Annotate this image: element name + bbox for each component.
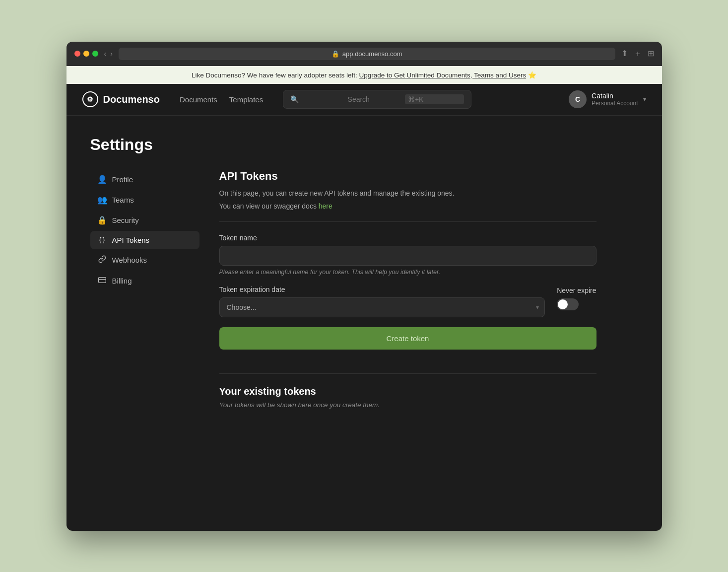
never-expire-toggle[interactable]	[557, 298, 579, 310]
browser-window: ‹ › 🔒 app.documenso.com ⬆ ＋ ⊞ Like Docum…	[66, 42, 662, 531]
logo[interactable]: ⚙ Documenso	[82, 91, 160, 107]
browser-dots	[74, 51, 98, 57]
chevron-down-icon: ▾	[643, 96, 646, 103]
gear-icon: ⚙	[87, 95, 93, 103]
url-text: app.documenso.com	[342, 50, 402, 58]
sidebar-item-profile[interactable]: 👤 Profile	[90, 170, 199, 189]
tabs-icon[interactable]: ⊞	[648, 49, 654, 59]
share-icon[interactable]: ⬆	[621, 49, 628, 59]
svg-rect-0	[98, 277, 106, 283]
browser-chrome: ‹ › 🔒 app.documenso.com ⬆ ＋ ⊞	[66, 42, 662, 66]
sidebar-item-profile-label: Profile	[112, 175, 133, 184]
api-tokens-icon: {}	[97, 236, 107, 244]
existing-tokens-desc: Your tokens will be shown here once you …	[219, 401, 596, 409]
lock-icon: 🔒	[331, 50, 339, 58]
expiration-select[interactable]: Choose... 7 days 30 days 90 days 1 year	[219, 297, 545, 317]
nav-documents[interactable]: Documents	[180, 93, 217, 106]
search-icon: 🔍	[290, 95, 343, 103]
sidebar-item-security[interactable]: 🔒 Security	[90, 211, 199, 230]
settings-sidebar: 👤 Profile 👥 Teams 🔒 Security {} API Toke…	[90, 170, 199, 409]
search-shortcut: ⌘+K	[405, 94, 464, 104]
toggle-knob	[558, 299, 568, 309]
top-nav: ⚙ Documenso Documents Templates 🔍 Search…	[66, 84, 662, 116]
sidebar-item-billing-label: Billing	[112, 277, 132, 285]
expiry-select-group: Token expiration date Choose... 7 days 3…	[219, 286, 545, 317]
swagger-link[interactable]: here	[319, 202, 332, 210]
banner: Like Documenso? We have few early adopte…	[66, 66, 662, 84]
nav-links: Documents Templates	[180, 93, 263, 106]
sidebar-item-webhooks[interactable]: Webhooks	[90, 250, 199, 270]
browser-actions: ⬆ ＋ ⊞	[621, 49, 654, 59]
back-button[interactable]: ‹	[104, 50, 107, 58]
nav-templates[interactable]: Templates	[229, 93, 263, 106]
app: ⚙ Documenso Documents Templates 🔍 Search…	[66, 84, 662, 531]
user-name: Catalin	[592, 92, 638, 100]
logo-icon: ⚙	[82, 91, 98, 107]
lock-icon: 🔒	[97, 215, 107, 225]
search-placeholder: Search	[348, 95, 401, 103]
token-name-hint: Please enter a meaningful name for your …	[219, 269, 596, 276]
user-info: Catalin Personal Account	[592, 92, 638, 107]
section-desc-1: On this page, you can create new API tok…	[219, 188, 596, 199]
token-name-input[interactable]	[219, 246, 596, 266]
select-wrapper: Choose... 7 days 30 days 90 days 1 year …	[219, 297, 545, 317]
avatar: C	[569, 90, 587, 108]
divider-2	[219, 373, 596, 374]
token-name-label: Token name	[219, 234, 596, 242]
never-expire-group: Never expire	[557, 286, 596, 310]
search-bar[interactable]: 🔍 Search ⌘+K	[283, 90, 471, 109]
divider-1	[219, 221, 596, 222]
banner-emoji: ⭐	[528, 72, 536, 79]
new-tab-icon[interactable]: ＋	[634, 49, 642, 59]
sidebar-item-api-tokens-label: API Tokens	[112, 236, 150, 244]
banner-text: Like Documenso? We have few early adopte…	[192, 72, 359, 79]
content: Settings 👤 Profile 👥 Teams 🔒 Security	[66, 116, 662, 429]
webhooks-icon	[97, 255, 107, 265]
settings-layout: 👤 Profile 👥 Teams 🔒 Security {} API Toke…	[90, 170, 638, 409]
settings-main: API Tokens On this page, you can create …	[219, 170, 596, 409]
existing-tokens-title: Your existing tokens	[219, 386, 596, 397]
dot-yellow[interactable]	[83, 51, 89, 57]
sidebar-item-security-label: Security	[112, 216, 139, 224]
dot-red[interactable]	[74, 51, 80, 57]
forward-button[interactable]: ›	[110, 50, 113, 58]
user-account: Personal Account	[592, 100, 638, 107]
teams-icon: 👥	[97, 195, 107, 205]
dot-green[interactable]	[92, 51, 98, 57]
profile-icon: 👤	[97, 175, 107, 184]
create-token-button[interactable]: Create token	[219, 327, 596, 350]
logo-text: Documenso	[103, 94, 160, 105]
sidebar-item-teams[interactable]: 👥 Teams	[90, 190, 199, 210]
page-title: Settings	[90, 136, 638, 154]
user-menu[interactable]: C Catalin Personal Account ▾	[569, 90, 646, 108]
sidebar-item-billing[interactable]: Billing	[90, 271, 199, 291]
browser-nav: ‹ ›	[104, 50, 113, 58]
url-bar[interactable]: 🔒 app.documenso.com	[119, 48, 615, 60]
sidebar-item-api-tokens[interactable]: {} API Tokens	[90, 231, 199, 249]
section-desc-2-text: You can view our swagger docs	[219, 202, 319, 210]
section-desc-2: You can view our swagger docs here	[219, 201, 596, 212]
expiration-label: Token expiration date	[219, 286, 545, 293]
billing-icon	[97, 276, 107, 286]
never-expire-label: Never expire	[557, 286, 596, 294]
banner-link[interactable]: Upgrade to Get Unlimited Documents, Team…	[359, 72, 527, 79]
section-title: API Tokens	[219, 170, 596, 183]
sidebar-item-webhooks-label: Webhooks	[112, 256, 147, 264]
sidebar-item-teams-label: Teams	[112, 196, 134, 204]
expiry-row: Token expiration date Choose... 7 days 3…	[219, 286, 596, 317]
